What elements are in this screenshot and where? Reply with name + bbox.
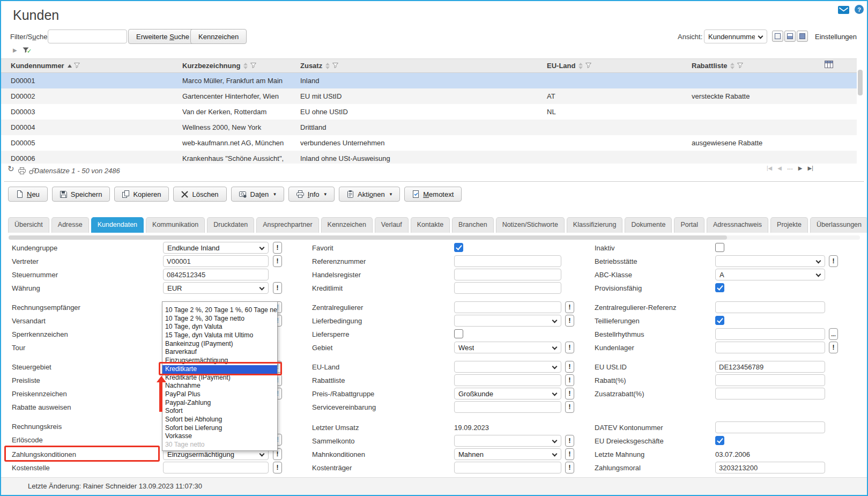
tab-druckdaten[interactable]: Druckdaten [207, 217, 254, 233]
column-header-kundennummer[interactable]: Kundennummer [1, 62, 173, 70]
filter-funnel-icon[interactable] [74, 63, 80, 69]
tab-notizen-stichworte[interactable]: Notizen/Stichworte [496, 217, 565, 233]
dropdown-option[interactable]: Barverkauf [162, 348, 277, 357]
table-row[interactable]: D00005web-kaufmann.net AG, Münchenverbun… [1, 135, 857, 151]
eu-land-detail-button[interactable]: ! [565, 361, 574, 373]
dropdown-option[interactable]: Kreditkarte (IPayment) [162, 374, 277, 382]
betriebsstaette-select[interactable] [715, 255, 825, 267]
steuernummer-input[interactable] [163, 269, 269, 280]
table-row[interactable]: D00006Krankenhaus "Schöne Aussicht",Inla… [1, 151, 857, 164]
daten-menu-button[interactable]: Daten▾ [231, 187, 284, 202]
column-header-zusatz[interactable]: Zusatz [291, 62, 537, 70]
inaktiv-checkbox[interactable] [715, 243, 724, 252]
next-page-button[interactable]: ▶ [798, 165, 803, 171]
tab-verlauf[interactable]: Verlauf [375, 217, 409, 233]
servicevereinbarung-input[interactable] [454, 401, 561, 413]
tab-adresse[interactable]: Adresse [51, 217, 89, 233]
kostenstelle-input[interactable] [163, 462, 269, 473]
dropdown-option[interactable]: Einzugsermächtigung [162, 357, 277, 365]
referenznummer-input[interactable] [454, 255, 561, 267]
liefersperre-checkbox[interactable] [454, 329, 463, 338]
dropdown-option[interactable]: 10 Tage 2 %, 30 Tage netto [162, 315, 277, 323]
filter-applied-icon[interactable]: ✓ [23, 46, 32, 55]
memotext-button[interactable]: Memotext [404, 187, 462, 202]
dropdown-option[interactable]: 10 Tage, dyn Valuta [162, 323, 277, 331]
tab-portal[interactable]: Portal [674, 217, 704, 233]
settings-link[interactable]: Einstellungen [815, 33, 857, 41]
mail-icon[interactable] [838, 6, 849, 14]
kundengruppe-detail-button[interactable]: ! [273, 242, 282, 254]
dropdown-option-highlighted[interactable]: Kreditkarte [162, 365, 277, 374]
filter-funnel-icon[interactable] [585, 63, 591, 69]
dropdown-option[interactable]: Sofort [162, 407, 277, 416]
actions-menu-button[interactable]: Aktionen▾ [339, 187, 400, 202]
zahlungsmoral-input[interactable] [715, 462, 825, 473]
rabattliste-input[interactable] [454, 374, 561, 386]
print-icon[interactable] [18, 167, 26, 174]
bestellrhythmus-input[interactable] [715, 328, 825, 340]
rabattliste-detail-button[interactable]: ! [565, 374, 574, 386]
tab-ansprechpartner[interactable]: Ansprechpartner [256, 217, 318, 233]
horizontal-scrollbar-thumb[interactable] [9, 235, 727, 240]
zentralregulierer-referenz-input[interactable] [715, 301, 825, 313]
kundenlager-detail-button[interactable]: ! [829, 342, 838, 353]
tab-kennzeichen[interactable]: Kennzeichen [321, 217, 373, 233]
gebiet-detail-button[interactable]: ! [565, 342, 574, 353]
tab-kommunikation[interactable]: Kommunikation [146, 217, 205, 233]
waehrung-select[interactable]: EUR [163, 282, 269, 294]
kennzeichen-button[interactable]: Kennzeichen [190, 29, 247, 44]
sammelkonto-detail-button[interactable]: ! [565, 435, 574, 447]
tab-ueberlassungen[interactable]: Überlassungen [810, 217, 867, 233]
tab-klassifizierung[interactable]: Klassifizierung [567, 217, 623, 233]
tab-dokumente[interactable]: Dokumente [625, 217, 672, 233]
betriebsstaette-detail-button[interactable]: ! [829, 255, 838, 267]
kundenlager-input[interactable] [715, 342, 825, 353]
tab-projekte[interactable]: Projekte [770, 217, 808, 233]
delete-button[interactable]: Löschen [173, 187, 226, 202]
kostenstelle-detail-button[interactable]: ! [273, 462, 282, 473]
tab-adressnachweis[interactable]: Adressnachweis [707, 217, 768, 233]
save-button[interactable]: Speichern [52, 187, 110, 202]
lieferbedingung-select[interactable] [454, 315, 561, 327]
gebiet-select[interactable]: West [454, 342, 561, 353]
view-mode-split-button[interactable] [784, 31, 796, 42]
tab-uebersicht[interactable]: Übersicht [8, 217, 49, 233]
filter-funnel-icon[interactable] [332, 63, 338, 69]
eu-land-select[interactable] [454, 361, 561, 373]
column-header-kurzbezeichnung[interactable]: Kurzbezeichnung [173, 62, 291, 70]
rabatt-prozent-input[interactable] [715, 374, 825, 386]
datev-kontonummer-input[interactable] [715, 421, 825, 433]
kostentraeger-detail-button[interactable]: ! [565, 462, 574, 473]
table-row[interactable]: D00001Marco Müller, Frankfurt am MainInl… [1, 73, 857, 88]
info-menu-button[interactable]: Info▾ [288, 187, 335, 202]
first-page-button[interactable]: |◀ [767, 165, 772, 171]
eu-ust-id-input[interactable] [715, 361, 825, 373]
preis-rabattgruppe-detail-button[interactable]: ! [565, 388, 574, 399]
new-button[interactable]: Neu [8, 187, 48, 202]
view-mode-list-button[interactable] [772, 31, 783, 42]
column-header-eu-land[interactable]: EU-Land [537, 62, 682, 70]
tab-branchen[interactable]: Branchen [452, 217, 494, 233]
dropdown-option[interactable]: Sofort bei Lieferung [162, 424, 277, 433]
dropdown-option[interactable]: 10 Tage 2 %, 20 Tage 1 %, 60 Tage netto [162, 306, 277, 315]
abc-klasse-select[interactable]: A [715, 269, 825, 280]
filter-funnel-icon[interactable] [737, 63, 743, 69]
zentralregulierer-detail-button[interactable]: ! [565, 301, 574, 313]
tab-kontakte[interactable]: Kontakte [411, 217, 450, 233]
dropdown-option[interactable]: Sofort bei Abholung [162, 416, 277, 424]
dropdown-option[interactable]: 15 Tage, dyn Valuta mit Ultimo [162, 331, 277, 340]
last-page-button[interactable]: ▶| [808, 165, 813, 171]
zusatzrabatt-prozent-input[interactable] [715, 388, 825, 399]
search-input[interactable] [48, 29, 127, 43]
help-icon[interactable]: ? [855, 5, 864, 14]
table-row[interactable]: D00002Gartencenter Hinterhofer, WienEU m… [1, 88, 857, 104]
copy-button[interactable]: Kopieren [114, 187, 169, 202]
sammelkonto-select[interactable] [454, 435, 561, 447]
dropdown-option[interactable]: PayPal Plus [162, 390, 277, 399]
dropdown-option[interactable]: Nachnahme [162, 382, 277, 390]
waehrung-detail-button[interactable]: ! [273, 282, 282, 294]
favorit-checkbox[interactable] [454, 243, 463, 252]
handelsregister-input[interactable] [454, 269, 561, 280]
kostentraeger-input[interactable] [454, 462, 561, 473]
kreditlimit-input[interactable] [454, 282, 561, 294]
